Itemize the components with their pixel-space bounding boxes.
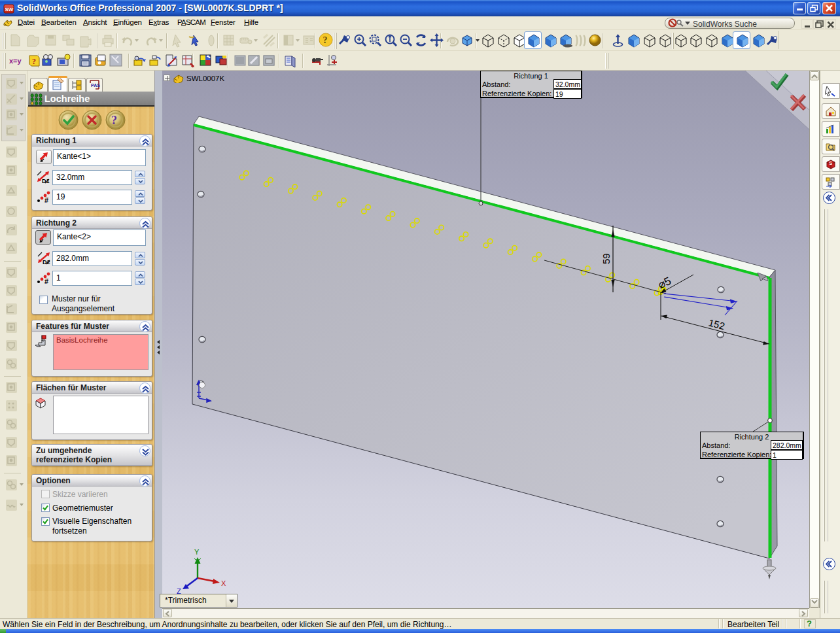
svg-text:D1: D1 <box>42 178 50 184</box>
svg-text:SW: SW <box>5 7 14 12</box>
svg-text:59: 59 <box>601 253 612 264</box>
svg-text:#: # <box>44 277 48 284</box>
svg-text:D2: D2 <box>43 259 50 265</box>
svg-text:X: X <box>221 579 226 587</box>
svg-text:#: # <box>44 196 48 203</box>
svg-text:S: S <box>830 161 833 165</box>
svg-text:Y: Y <box>194 548 200 556</box>
svg-text:PAS: PAS <box>91 83 100 88</box>
svg-text:?: ? <box>111 114 117 127</box>
svg-text:?: ? <box>323 35 328 45</box>
svg-text:?: ? <box>32 57 36 66</box>
svg-text:x=y: x=y <box>9 57 22 65</box>
